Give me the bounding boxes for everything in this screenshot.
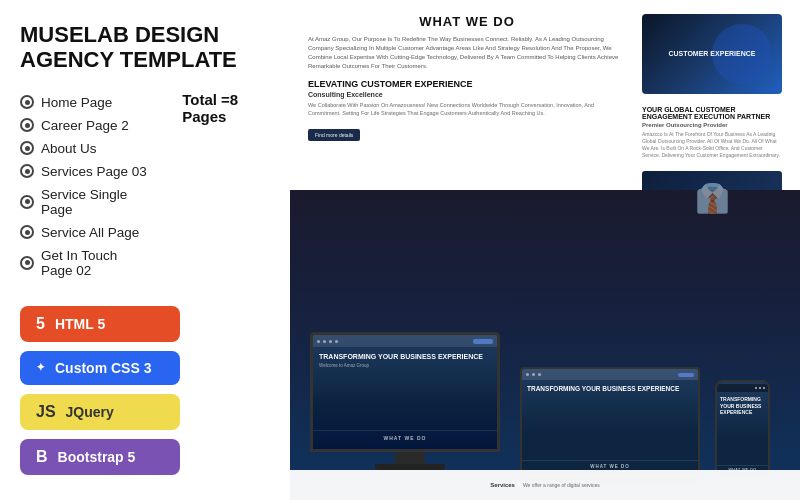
phone-screen: TRANSFORMING YOUR BUSINESS EXPERIENCE WH… — [717, 382, 768, 478]
nav-item-about[interactable]: About Us — [20, 137, 148, 160]
top-description: At Amaz Group, Our Purpose Is To Redefin… — [308, 35, 626, 71]
laptop-screen-inner: TRANSFORMING YOUR BUSINESS EXPERIENCE WH… — [522, 369, 698, 475]
nav-dot — [526, 373, 529, 376]
monitor-device: TRANSFORMING YOUR BUSINESS EXPERIENCE We… — [310, 332, 510, 470]
find-more-button[interactable]: Find more details — [308, 129, 360, 141]
nav-item-get-in-touch[interactable]: Get In Touch Page 02 — [20, 244, 148, 282]
premier-label: Premier Outsourcing Provider — [642, 122, 782, 128]
nav-list: Home Page Career Page 2 About Us Service… — [20, 91, 148, 282]
nav-dot — [329, 340, 332, 343]
nav-item-service-single[interactable]: Service Single Page — [20, 183, 148, 221]
status-dot — [755, 387, 757, 389]
tech-badges: 5 HTML 5 ✦ Custom CSS 3 JS JQuery B Boot… — [20, 306, 270, 475]
bullet-icon — [20, 256, 34, 270]
css3-badge: ✦ Custom CSS 3 — [20, 351, 180, 385]
laptop-hero-text: TRANSFORMING YOUR BUSINESS EXPERIENCE — [522, 380, 698, 393]
what-we-do-title: WHAT WE DO — [308, 14, 626, 29]
bootstrap-icon: B — [36, 448, 48, 466]
consulting-label: Consulting Excellence — [308, 91, 626, 98]
nav-dot — [538, 373, 541, 376]
laptop-screen: TRANSFORMING YOUR BUSINESS EXPERIENCE WH… — [520, 367, 700, 477]
right-panel: WHAT WE DO At Amaz Group, Our Purpose Is… — [290, 0, 800, 500]
nav-item-services03[interactable]: Services Page 03 — [20, 160, 148, 183]
nav-item-career[interactable]: Career Page 2 — [20, 114, 148, 137]
services-strip: Services We offer a range of digital ser… — [290, 470, 800, 500]
bootstrap-badge: B Bootstrap 5 — [20, 439, 180, 475]
bullet-icon — [20, 225, 34, 239]
phone-status-bar — [717, 384, 768, 392]
total-pages: Total =8 Pages — [182, 91, 270, 125]
consulting-desc: We Collaborate With Passion On Amazousne… — [308, 102, 626, 117]
css-icon: ✦ — [36, 361, 45, 374]
customer-experience-box: CUSTOMER EXPERIENCE — [642, 14, 782, 94]
html5-badge: 5 HTML 5 — [20, 306, 180, 342]
main-title: MUSELAB DESIGN AGENCY TEMPLATE — [20, 22, 270, 73]
js-icon: JS — [36, 403, 56, 421]
services-strip-label: Services — [490, 482, 515, 488]
bullet-icon — [20, 195, 34, 209]
monitor-sub: Welcome to Amaz Group — [313, 361, 497, 370]
laptop-navbar — [522, 369, 698, 380]
devices-section: TRANSFORMING YOUR BUSINESS EXPERIENCE We… — [290, 190, 800, 500]
nav-item-home[interactable]: Home Page — [20, 91, 148, 114]
nav-item-service-all[interactable]: Service All Page — [20, 221, 148, 244]
laptop-what-we-do: WHAT WE DO — [522, 460, 698, 469]
services-strip-text: We offer a range of digital services — [523, 482, 600, 488]
phone-device: TRANSFORMING YOUR BUSINESS EXPERIENCE WH… — [715, 380, 770, 480]
bullet-icon — [20, 118, 34, 132]
partner-desc: Amazcco Is At The Forefront Of Your Busi… — [642, 131, 782, 159]
left-panel: MUSELAB DESIGN AGENCY TEMPLATE Home Page… — [0, 0, 290, 500]
bullet-icon — [20, 95, 34, 109]
global-partner-section: YOUR GLOBAL CUSTOMER ENGAGEMENT EXECUTIO… — [642, 102, 782, 163]
nav-dot — [317, 340, 320, 343]
laptop-device: TRANSFORMING YOUR BUSINESS EXPERIENCE WH… — [520, 367, 700, 485]
bullet-icon — [20, 164, 34, 178]
monitor-screen-inner: TRANSFORMING YOUR BUSINESS EXPERIENCE We… — [313, 335, 497, 449]
monitor-navbar — [313, 335, 497, 347]
nav-dot — [323, 340, 326, 343]
nav-dot — [335, 340, 338, 343]
monitor-stand — [395, 452, 425, 464]
html-icon: 5 — [36, 315, 45, 333]
jquery-badge: JS JQuery — [20, 394, 180, 430]
status-dot — [759, 387, 761, 389]
elevating-title: ELEVATING CUSTOMER EXPERIENCE — [308, 79, 626, 89]
monitor-hero-text: TRANSFORMING YOUR BUSINESS EXPERIENCE — [313, 347, 497, 361]
person-icon: 👔 — [695, 182, 730, 215]
bullet-icon — [20, 141, 34, 155]
nav-dot — [532, 373, 535, 376]
monitor-what-we-do: WHAT WE DO — [313, 430, 497, 441]
status-dot — [763, 387, 765, 389]
customer-exp-label: CUSTOMER EXPERIENCE — [663, 43, 762, 64]
global-title: YOUR GLOBAL CUSTOMER ENGAGEMENT EXECUTIO… — [642, 106, 782, 120]
monitor-screen: TRANSFORMING YOUR BUSINESS EXPERIENCE We… — [310, 332, 500, 452]
